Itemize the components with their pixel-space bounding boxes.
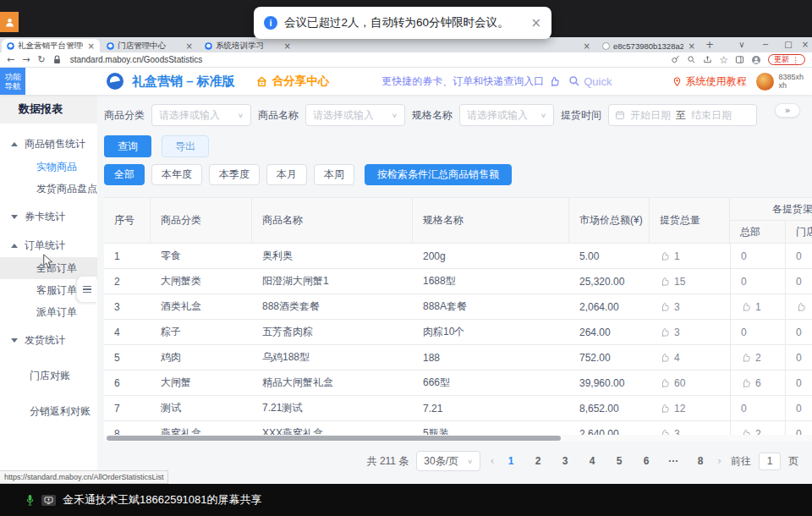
sub-column-header-总部: 总部 <box>730 221 785 243</box>
browser-tab[interactable]: × <box>399 39 595 52</box>
window-menu-icon[interactable]: ∨ <box>732 37 751 52</box>
thumb-icon <box>660 429 670 436</box>
url-text[interactable]: standard.maboy.cn/GoodsStatistics <box>70 55 203 64</box>
reload-icon[interactable]: ↻ <box>37 54 45 65</box>
password-key-icon[interactable] <box>671 55 680 64</box>
cell-name: 888酒类套餐 <box>252 294 413 319</box>
tab-close-icon[interactable]: × <box>584 41 590 51</box>
browser-toolbar: ← → ↻ standard.maboy.cn/GoodsStatistics … <box>0 52 812 68</box>
microphone-icon <box>25 494 35 507</box>
count-cell: 2 <box>730 421 785 435</box>
sidebar-item-派单订单[interactable]: 派单订单 <box>0 301 97 323</box>
profile-icon[interactable] <box>751 55 761 65</box>
export-button[interactable]: 导出 <box>162 135 209 157</box>
cell-spec: 7.21 <box>413 396 569 420</box>
sidebar-group-发货统计[interactable]: 发货统计 <box>0 328 97 352</box>
date-range-picker[interactable]: 开始日期至结束日期 <box>608 104 757 126</box>
sidebar-item-分销返利对账[interactable]: 分销返利对账 <box>0 399 97 423</box>
back-icon[interactable]: ← <box>7 54 14 65</box>
page-number-8[interactable]: 8 <box>693 455 708 467</box>
browser-tab[interactable]: 门店管理中心× <box>102 39 198 52</box>
nav-toggle-button[interactable]: 功能导航 <box>0 68 25 95</box>
share-icon[interactable] <box>703 55 712 64</box>
forward-icon[interactable]: → <box>22 54 30 65</box>
participant-icon-square[interactable] <box>0 12 19 32</box>
tab-close-icon[interactable]: × <box>186 41 193 51</box>
cell-category: 燕窝礼盒 <box>151 421 252 435</box>
search-button[interactable]: 查询 <box>104 135 151 157</box>
share-center-link[interactable]: 合分享中心 <box>255 74 330 89</box>
bookmark-star-icon[interactable]: ☆ <box>719 54 728 66</box>
cell-amount: 264.00 <box>569 320 650 344</box>
page-number-2[interactable]: 2 <box>530 455 546 467</box>
window-close-icon[interactable]: × <box>796 37 812 52</box>
sidebar-item-实物商品[interactable]: 实物商品 <box>0 156 97 178</box>
count-cell: 3 <box>650 421 730 435</box>
goto-page-input[interactable] <box>759 453 781 470</box>
cell-name: 乌鸡188型 <box>252 345 413 370</box>
column-group: 各提货渠道总部门店 <box>730 198 812 243</box>
next-page-icon[interactable]: › <box>716 455 723 467</box>
zoom-icon[interactable] <box>687 55 696 64</box>
filter-label: 提货时间 <box>561 108 601 123</box>
kebab-menu-icon[interactable]: ⋮ <box>792 56 799 64</box>
tutorial-link[interactable]: 系统使用教程 <box>672 74 746 89</box>
time-filter-本周[interactable]: 本周 <box>314 164 354 185</box>
drawer-handle[interactable] <box>76 276 96 303</box>
page-size-select[interactable]: 30条/页∨ <box>416 451 480 471</box>
count-cell: 0 <box>785 345 812 370</box>
time-filter-全部[interactable]: 全部 <box>104 164 145 185</box>
sidebar-item-发货商品盘点[interactable]: 发货商品盘点 <box>0 178 97 200</box>
action-buttons: 查询 导出 <box>104 135 812 157</box>
page-number-3[interactable]: 3 <box>557 455 573 467</box>
time-filter-本月[interactable]: 本月 <box>266 164 307 185</box>
tab-close-icon[interactable]: × <box>284 41 291 51</box>
cell-name: 奥利奥 <box>252 244 413 268</box>
toast-close-icon[interactable]: × <box>530 15 541 30</box>
window-minimize-icon[interactable]: − <box>756 37 775 52</box>
hamburger-icon <box>83 284 91 295</box>
avatar[interactable] <box>756 73 774 91</box>
tab-close-icon[interactable]: × <box>689 41 695 51</box>
browser-tab-strip: + ∨ − □ × 礼盒营销平台管理中心×门店管理中心×系统培训学习××e8c5… <box>0 37 812 52</box>
prev-page-icon[interactable]: ‹ <box>488 455 496 467</box>
sidebar-group-商品销售统计[interactable]: 商品销售统计 <box>0 132 97 156</box>
horizontal-scrollbar[interactable] <box>104 435 812 442</box>
expand-more-button[interactable]: » <box>775 103 800 118</box>
cell-category: 酒类礼盒 <box>151 294 252 319</box>
person-icon <box>4 17 15 28</box>
filter-select-商品分类[interactable]: 请选择或输入∨ <box>151 104 251 126</box>
sidebar-group-label: 订单统计 <box>25 239 65 253</box>
filter-label: 规格名称 <box>412 108 453 123</box>
browser-tab[interactable]: e8c573980b1328a258fd2e6f8× <box>597 39 700 52</box>
username: 8385xhxh <box>778 73 804 90</box>
browser-tab[interactable]: 礼盒营销平台管理中心× <box>2 39 100 52</box>
page-number-6[interactable]: 6 <box>639 455 654 467</box>
column-header-5: 提货总量 <box>650 198 730 243</box>
filter-select-规格名称[interactable]: 请选择或输入∨ <box>459 104 554 126</box>
count-cell: 0 <box>730 320 785 344</box>
sidebar-group-券卡统计[interactable]: 券卡统计 <box>0 205 97 228</box>
table-row: 2大闸蟹类阳澄湖大闸蟹11688型25,320.001500 <box>104 269 812 294</box>
browser-update-button[interactable]: 更新⋮ <box>768 54 805 65</box>
filter-select-商品名称[interactable]: 请选择或输入∨ <box>305 104 405 126</box>
tab-close-icon[interactable]: × <box>88 41 95 51</box>
scrollbar-thumb[interactable] <box>107 436 561 441</box>
table-row: 5鸡肉乌鸡188型188752.00420 <box>104 345 812 371</box>
quick-search[interactable]: Quick <box>568 75 612 88</box>
time-filter-本季度[interactable]: 本季度 <box>209 164 260 185</box>
window-maximize-icon[interactable]: □ <box>779 37 798 52</box>
thumb-icon <box>660 353 670 363</box>
filter-label: 商品名称 <box>258 108 299 123</box>
share-center-icon <box>255 75 268 88</box>
page-number-4[interactable]: 4 <box>584 455 600 467</box>
page-number-1[interactable]: 1 <box>503 455 518 467</box>
browser-tab[interactable]: 系统培训学习× <box>200 39 296 52</box>
sidebar-item-门店对账[interactable]: 门店对账 <box>0 364 97 387</box>
new-tab-button[interactable]: + <box>704 39 716 51</box>
summary-button[interactable]: 按检索条件汇总商品销售额 <box>365 164 512 185</box>
time-filter-本年度[interactable]: 本年度 <box>151 164 202 185</box>
page-number-5[interactable]: 5 <box>612 455 627 467</box>
side-panel-icon[interactable] <box>735 55 744 64</box>
count-cell: 0 <box>785 421 812 435</box>
